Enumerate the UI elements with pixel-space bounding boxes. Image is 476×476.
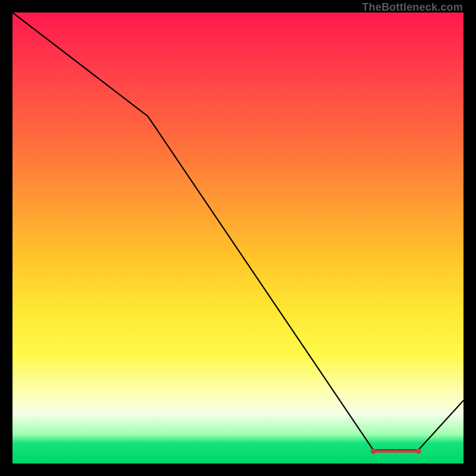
chart-line-layer bbox=[12, 12, 464, 464]
chart-frame: TheBottleneck.com bbox=[0, 0, 476, 476]
marker-dot bbox=[416, 449, 421, 454]
bottleneck-curve bbox=[12, 12, 464, 450]
marker-track bbox=[371, 449, 421, 454]
attribution-label: TheBottleneck.com bbox=[362, 1, 463, 14]
marker-dot bbox=[371, 449, 376, 454]
chart-plot-area bbox=[12, 12, 464, 464]
